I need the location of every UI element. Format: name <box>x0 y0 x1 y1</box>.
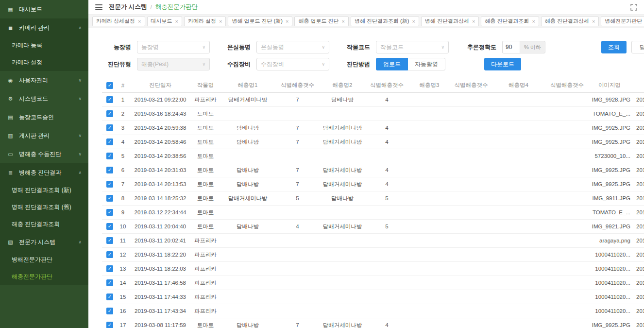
search-button[interactable]: 조회 <box>601 41 627 53</box>
row-checkbox[interactable]: ✓ <box>106 322 113 328</box>
row-checkbox[interactable]: ✓ <box>106 209 113 216</box>
clipped-column: 201 <box>631 167 644 173</box>
sidebar-subitem-8-0[interactable]: 병해전문가판단 <box>0 251 88 268</box>
chevron-up-icon: ∧ <box>78 170 82 175</box>
diagnosis-type-select[interactable]: 해충(Pest) ∨ <box>137 58 210 70</box>
sidebar-subitem-1-1[interactable]: 카메라 설정 <box>0 54 88 71</box>
greenhouse-select[interactable]: 온실동명 ∨ <box>256 41 329 53</box>
table-row: ✓22019-03-16 18:24:43토마토TOMATO_E_...201 <box>102 107 644 121</box>
row-checkbox[interactable]: ✓ <box>106 138 113 145</box>
pest-count-1: 7 <box>277 181 318 187</box>
method-upload-button[interactable]: 업로드 <box>376 58 408 70</box>
row-checkbox[interactable]: ✓ <box>106 251 113 258</box>
clipped-column: 201 <box>631 224 644 229</box>
diagnosis-date: 2019-03-14 20:58:46 <box>128 139 192 145</box>
sidebar-item-2[interactable]: ◉사용자관리∨ <box>0 71 88 89</box>
sidebar-item-8[interactable]: ▧전문가 시스템∧ <box>0 233 88 251</box>
tab-5[interactable]: 병해 진단결과조회 (新)× <box>351 17 419 26</box>
row-checkbox[interactable]: ✓ <box>106 237 113 244</box>
sidebar-item-6[interactable]: ▭병해충 수동진단∨ <box>0 145 88 163</box>
row-checkbox[interactable]: ✓ <box>106 167 113 173</box>
sidebar-subitem-8-1[interactable]: 해충전문가판단 <box>0 268 88 285</box>
sidebar-subitem-7-0[interactable]: 병해 진단결과조회 (新) <box>0 182 88 199</box>
sidebar-item-0[interactable]: ▦대시보드 <box>0 0 88 18</box>
tab-close-icon[interactable]: × <box>138 18 141 24</box>
tab-4[interactable]: 해충 업로드 진단× <box>294 17 349 26</box>
crop-name: 토마토 <box>192 322 219 328</box>
table-row: ✓92019-03-12 22:34:44토마토TOMATO_E_...201 <box>102 206 644 220</box>
tab-close-icon[interactable]: × <box>342 18 345 24</box>
method-auto-button[interactable]: 자동촬영 <box>408 58 445 70</box>
tab-close-icon[interactable]: × <box>286 18 288 24</box>
checkbox-cell: ✓ <box>102 308 118 314</box>
crop-name: 파프리카 <box>192 237 219 244</box>
clipped-column: 201 <box>631 125 644 131</box>
tab-label: 카메라 상세설정 <box>96 17 135 25</box>
column-header: 식별해충갯수 <box>367 82 407 89</box>
tab-close-icon[interactable]: × <box>412 18 415 24</box>
row-checkbox[interactable]: ✓ <box>106 308 113 314</box>
sidebar-subitem-7-1[interactable]: 병해 진단결과조회 (舊) <box>0 199 88 216</box>
sidebar-subitem-7-2[interactable]: 해충 진단결과조회 <box>0 216 88 233</box>
tab-8[interactable]: 해충 진단결과상세× <box>541 17 599 26</box>
image-name: 1000411020... <box>588 308 631 314</box>
chevron-up-icon: ∧ <box>78 25 82 30</box>
tab-2[interactable]: 카메라 설정× <box>184 17 226 26</box>
sidebar-item-7[interactable]: ≣병해충 진단결과∧ <box>0 163 88 182</box>
row-checkbox[interactable]: ✓ <box>106 223 113 230</box>
row-checkbox[interactable]: ✓ <box>106 96 113 103</box>
sidebar-item-1[interactable]: ◼카메라 관리∧ <box>0 18 88 37</box>
sidebar-subitem-1-0[interactable]: 카메라 등록 <box>0 37 88 54</box>
sidebar-item-label: 카메라 관리 <box>19 24 75 32</box>
row-checkbox[interactable]: ✓ <box>106 124 113 131</box>
row-number: 8 <box>118 195 128 201</box>
tab-9[interactable]: 병해전문가판단× <box>601 17 644 26</box>
image-name: 1000411020... <box>588 252 631 258</box>
farm-name-select[interactable]: 농장명 ∨ <box>137 41 210 53</box>
row-checkbox[interactable]: ✓ <box>106 279 113 286</box>
tab-close-icon[interactable]: × <box>532 18 535 24</box>
clipped-column: 201 <box>631 294 644 300</box>
tab-close-icon[interactable]: × <box>592 18 595 24</box>
tab-1[interactable]: 대시보드× <box>147 17 182 26</box>
accuracy-input-group: % 이하 <box>502 41 545 53</box>
pest-count-1: 4 <box>277 224 318 229</box>
menu-toggle-icon[interactable] <box>95 4 102 10</box>
download-button[interactable]: 다운로드 <box>484 58 521 70</box>
row-checkbox[interactable]: ✓ <box>106 110 113 117</box>
tab-0[interactable]: 카메라 상세설정× <box>92 17 145 26</box>
sidebar-item-5[interactable]: ▥게시판 관리∨ <box>0 126 88 145</box>
pest-name-1: 담배나방 <box>219 124 277 132</box>
expert-system-icon: ▧ <box>7 239 14 245</box>
crop-code-select[interactable]: 작물코드 ∨ <box>376 41 449 53</box>
row-number: 7 <box>118 181 128 187</box>
sidebar-item-4[interactable]: ▤농장코드승인 <box>0 108 88 126</box>
tab-7[interactable]: 해충 진단결과조회× <box>481 17 539 26</box>
tab-6[interactable]: 병해 진단결과상세× <box>421 17 479 26</box>
row-checkbox[interactable]: ✓ <box>106 195 113 202</box>
tab-close-icon[interactable]: × <box>219 18 222 24</box>
chevron-up-icon: ∧ <box>78 240 82 244</box>
table-row: ✓82019-03-14 18:25:32토마토담배거세미나방5담배나방5IMG… <box>102 191 644 206</box>
tab-close-icon[interactable]: × <box>175 18 178 24</box>
fullscreen-icon[interactable] <box>630 4 637 11</box>
sidebar-item-3[interactable]: ⚙시스템코드∨ <box>0 89 88 108</box>
crop-name: 토마토 <box>192 209 219 216</box>
farm-name-select-value: 농장명 <box>141 43 202 52</box>
row-checkbox[interactable]: ✓ <box>106 181 113 188</box>
tab-3[interactable]: 병해 업로드 진단 (新)× <box>228 17 292 26</box>
crop-name: 파프리카 <box>192 279 219 287</box>
tab-close-icon[interactable]: × <box>472 18 475 24</box>
equipment-select[interactable]: 수집장비 ∨ <box>256 58 329 70</box>
row-checkbox[interactable]: ✓ <box>106 153 113 159</box>
select-all-checkbox[interactable]: ✓ <box>106 82 113 89</box>
close-button[interactable]: 닫기 <box>631 41 644 53</box>
pest-name-2: 담배거세미나방 <box>318 124 367 132</box>
row-checkbox[interactable]: ✓ <box>106 293 113 300</box>
system-code-icon: ⚙ <box>7 96 14 102</box>
row-checkbox[interactable]: ✓ <box>106 265 113 272</box>
accuracy-input[interactable] <box>502 41 520 53</box>
pest-name-1: 담배나방 <box>219 167 277 174</box>
table-row: ✓172019-03-08 11:17:59토마토담배나방7담배거세미나방4IM… <box>102 318 644 328</box>
row-number: 10 <box>118 224 128 229</box>
